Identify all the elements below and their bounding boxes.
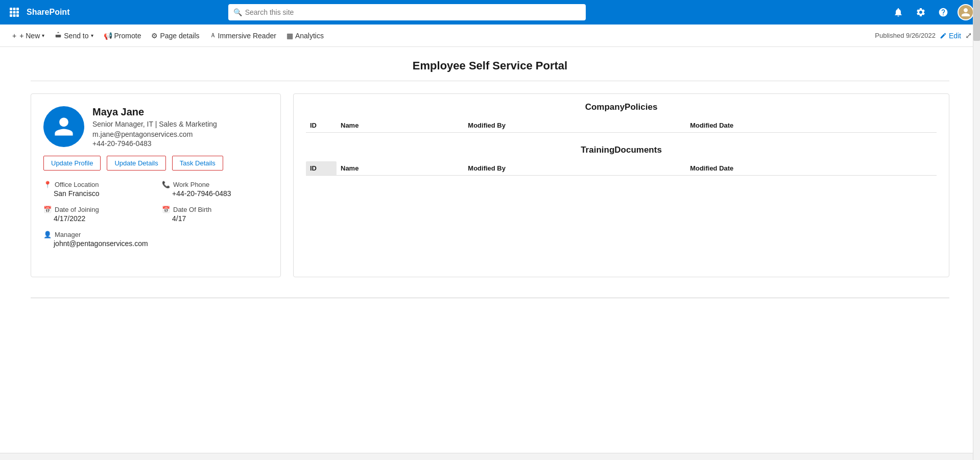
svg-rect-3	[10, 11, 12, 14]
sendto-chevron-icon: ▾	[91, 33, 93, 38]
manager-value: johnt@pentagonservices.com	[43, 239, 268, 248]
settings-icon[interactable]	[913, 4, 929, 20]
action-buttons: Update Profile Update Details Task Detai…	[43, 156, 268, 171]
search-input[interactable]	[245, 8, 581, 16]
update-details-button[interactable]: Update Details	[107, 156, 165, 171]
analytics-button[interactable]: ▦ Analytics	[282, 30, 328, 42]
training-documents-title: TrainingDocuments	[306, 145, 937, 155]
manager-icon: 👤	[43, 231, 52, 238]
calendar2-icon: 📅	[162, 206, 170, 213]
new-button[interactable]: + + New ▾	[8, 30, 49, 42]
bottom-divider	[31, 298, 949, 298]
office-location-field: 📍 Office Location San Francisco	[43, 181, 150, 198]
send-to-icon	[55, 31, 62, 40]
calendar-icon: 📅	[43, 206, 52, 213]
task-details-button[interactable]: Task Details	[172, 156, 223, 171]
top-navigation: SharePoint 🔍	[0, 0, 980, 25]
avatar[interactable]	[958, 4, 974, 20]
immersive-reader-icon: Ａ	[210, 31, 216, 40]
page-details-icon: ⚙	[151, 32, 158, 40]
col-modified-by-header: Modified By	[464, 118, 686, 133]
collapse-button[interactable]: ⤢	[965, 31, 972, 40]
profile-details: 📍 Office Location San Francisco 📞 Work P…	[43, 181, 268, 248]
company-policies-section: CompanyPolicies ID Name Modified By Modi…	[306, 102, 937, 133]
brand-name: SharePoint	[27, 8, 69, 17]
td-col-modified-date-header: Modified Date	[686, 161, 937, 176]
svg-rect-0	[10, 8, 12, 10]
page-title: Employee Self Service Portal	[0, 59, 980, 72]
svg-rect-5	[16, 11, 19, 14]
training-docs-header-row: ID Name Modified By Modified Date	[306, 161, 937, 176]
toolbar-right: Published 9/26/2022 Edit ⤢	[875, 31, 972, 40]
help-icon[interactable]	[935, 4, 951, 20]
analytics-icon: ▦	[286, 32, 293, 40]
td-col-modified-by-header: Modified By	[464, 161, 686, 176]
work-phone-field: 📞 Work Phone +44-20-7946-0483	[162, 181, 268, 198]
work-phone-value: +44-20-7946-0483	[162, 189, 268, 198]
page-details-button[interactable]: ⚙ Page details	[147, 30, 203, 42]
update-profile-button[interactable]: Update Profile	[43, 156, 101, 171]
cards-area: Maya Jane Senior Manager, IT | Sales & M…	[0, 81, 980, 289]
company-policies-table: ID Name Modified By Modified Date	[306, 118, 937, 133]
profile-avatar	[43, 106, 84, 147]
company-policies-title: CompanyPolicies	[306, 102, 937, 112]
edit-button[interactable]: Edit	[940, 32, 961, 40]
search-bar[interactable]: 🔍	[228, 4, 586, 20]
manager-field: 👤 Manager johnt@pentagonservices.com	[43, 231, 268, 248]
td-col-name-header: Name	[337, 161, 464, 176]
svg-rect-6	[10, 14, 12, 17]
td-col-id-header: ID	[306, 161, 337, 176]
training-documents-section: TrainingDocuments ID Name Modified By Mo…	[306, 145, 937, 176]
send-to-button[interactable]: Send to ▾	[51, 29, 97, 42]
search-icon: 🔍	[233, 8, 242, 16]
notifications-icon[interactable]	[890, 4, 906, 20]
data-card: CompanyPolicies ID Name Modified By Modi…	[293, 93, 949, 277]
profile-card: Maya Jane Senior Manager, IT | Sales & M…	[31, 93, 281, 277]
profile-job-title: Senior Manager, IT | Sales & Marketing	[92, 120, 217, 128]
new-chevron-icon: ▾	[42, 33, 44, 38]
page-title-area: Employee Self Service Portal	[0, 47, 980, 81]
immersive-reader-button[interactable]: Ａ Immersive Reader	[206, 29, 280, 42]
training-documents-table: ID Name Modified By Modified Date	[306, 161, 937, 176]
svg-rect-8	[16, 14, 19, 17]
bottom-scrollbar[interactable]	[0, 453, 973, 460]
profile-phone: +44-20-7946-0483	[92, 139, 217, 148]
phone-icon: 📞	[162, 181, 170, 188]
col-id-header: ID	[306, 118, 337, 133]
svg-rect-2	[16, 8, 19, 10]
profile-name: Maya Jane	[92, 106, 217, 118]
scrollbar-thumb	[973, 0, 980, 41]
date-birth-value: 4/17	[162, 214, 268, 223]
profile-header: Maya Jane Senior Manager, IT | Sales & M…	[43, 106, 268, 148]
page-content: Employee Self Service Portal Maya Jane S…	[0, 47, 980, 460]
right-scrollbar[interactable]	[973, 0, 980, 460]
col-name-header: Name	[337, 118, 464, 133]
promote-button[interactable]: 📢 Promote	[100, 30, 146, 42]
location-icon: 📍	[43, 181, 52, 188]
profile-email: m.jane@pentagonservices.com	[92, 130, 217, 138]
toolbar: + + New ▾ Send to ▾ 📢 Promote ⚙ Page det…	[0, 25, 980, 47]
office-location-value: San Francisco	[43, 189, 150, 198]
svg-rect-4	[13, 11, 16, 14]
col-modified-date-header: Modified Date	[686, 118, 937, 133]
nav-right-icons	[890, 4, 974, 20]
svg-rect-7	[13, 14, 16, 17]
waffle-icon[interactable]	[6, 4, 22, 20]
company-policies-header-row: ID Name Modified By Modified Date	[306, 118, 937, 133]
date-birth-field: 📅 Date Of Birth 4/17	[162, 206, 268, 223]
plus-icon: +	[12, 32, 16, 40]
promote-icon: 📢	[104, 32, 112, 40]
profile-info: Maya Jane Senior Manager, IT | Sales & M…	[92, 106, 217, 148]
svg-rect-1	[13, 8, 16, 10]
date-joining-value: 4/17/2022	[43, 214, 150, 223]
date-joining-field: 📅 Date of Joining 4/17/2022	[43, 206, 150, 223]
published-status: Published 9/26/2022	[875, 32, 936, 39]
